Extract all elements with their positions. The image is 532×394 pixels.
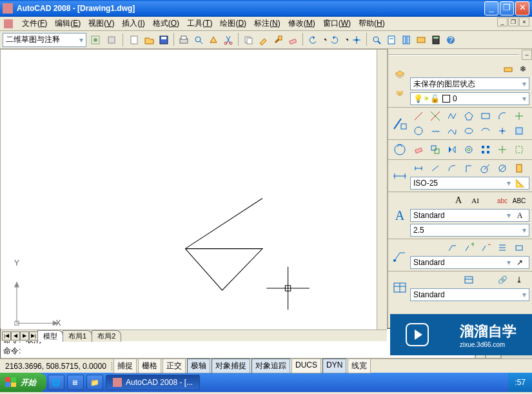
- status-toggle-正交[interactable]: 正交: [163, 359, 186, 373]
- layer-filter-icon[interactable]: [392, 85, 408, 101]
- menu-i[interactable]: 插入(I): [118, 17, 148, 30]
- aligned-icon[interactable]: [429, 162, 442, 175]
- redo-button[interactable]: [328, 33, 342, 47]
- new-layer-icon[interactable]: [502, 63, 515, 75]
- quicklaunch-desktop[interactable]: 🖥: [67, 375, 84, 390]
- menu-e[interactable]: 编辑(E): [51, 17, 84, 30]
- menu-h[interactable]: 帮助(H): [355, 17, 389, 30]
- status-toggle-DYN[interactable]: DYN: [322, 359, 346, 373]
- menu-o[interactable]: 格式(O): [149, 17, 183, 30]
- circle-icon[interactable]: [412, 124, 425, 137]
- array-icon[interactable]: [479, 143, 492, 156]
- status-toggle-DUCS[interactable]: DUCS: [291, 359, 321, 373]
- mtext-icon[interactable]: A: [452, 194, 465, 207]
- drawing-canvas[interactable]: X Y: [1, 50, 377, 330]
- menu-t[interactable]: 工具(T): [183, 17, 216, 30]
- save-button[interactable]: [157, 33, 171, 47]
- layers-stack-icon[interactable]: [392, 67, 408, 83]
- undo-dd-button[interactable]: [320, 33, 327, 47]
- remove-icon[interactable]: −: [479, 241, 492, 254]
- layer-selector[interactable]: 💡 ☀ 🔓 0 ▾: [410, 92, 529, 105]
- layout-tab[interactable]: 模型: [37, 330, 63, 342]
- layout-tab[interactable]: 布局2: [92, 330, 121, 342]
- spellcheck-icon[interactable]: abc: [496, 194, 509, 207]
- taskbar-item-autocad[interactable]: AutoCAD 2008 - [...: [106, 375, 200, 390]
- tool-icon[interactable]: [513, 162, 526, 175]
- mirror-icon[interactable]: [446, 143, 458, 156]
- add-icon[interactable]: +: [462, 241, 475, 254]
- redo-dd-button[interactable]: [342, 33, 349, 47]
- menu-m[interactable]: 修改(M): [284, 17, 319, 30]
- copy-button[interactable]: [241, 33, 255, 47]
- sheetset-button[interactable]: [384, 33, 399, 47]
- mleader-icon[interactable]: [446, 241, 458, 254]
- layer-state-selector[interactable]: 未保存的图层状态 ▾: [410, 77, 529, 90]
- radius-icon[interactable]: [479, 162, 492, 175]
- zoom-button[interactable]: [369, 33, 384, 47]
- data-extract-icon[interactable]: ⤓: [513, 273, 526, 286]
- match-button[interactable]: [256, 33, 270, 47]
- tab-nav-button[interactable]: ◀: [11, 331, 20, 340]
- status-toggle-极轴[interactable]: 极轴: [187, 359, 210, 373]
- eraser-button[interactable]: [286, 33, 300, 47]
- offset-icon[interactable]: [462, 143, 475, 156]
- block-icon[interactable]: [513, 124, 526, 137]
- collect-icon[interactable]: [513, 241, 526, 254]
- help-button[interactable]: ?: [444, 33, 458, 47]
- leader-style-manager-icon[interactable]: ↗: [513, 256, 526, 269]
- ellipse-icon[interactable]: [462, 124, 475, 137]
- arc-icon[interactable]: [496, 110, 509, 123]
- plot-preview-button[interactable]: [192, 33, 206, 47]
- minimize-button[interactable]: _: [484, 1, 498, 15]
- new-button[interactable]: [127, 33, 141, 47]
- quicklaunch-ie[interactable]: 🌐: [48, 375, 64, 390]
- horizontal-scrollbar[interactable]: [121, 330, 387, 341]
- status-toggle-对象追踪[interactable]: 对象追踪: [251, 359, 290, 373]
- arc-len-icon[interactable]: [446, 162, 458, 175]
- mdi-close-button[interactable]: ×: [519, 17, 529, 26]
- coordinate-display[interactable]: 2163.3696, 508.5715, 0.0000: [0, 362, 112, 371]
- status-toggle-栅格[interactable]: 栅格: [138, 359, 161, 373]
- table-style-selector[interactable]: Standard ▾: [410, 288, 529, 301]
- ordinate-icon[interactable]: [462, 162, 475, 175]
- dim-style-selector[interactable]: ISO-25 ▾ 📐: [410, 177, 529, 190]
- cut-button[interactable]: [221, 33, 235, 47]
- maximize-button[interactable]: ❐: [500, 1, 514, 15]
- linear-icon[interactable]: [412, 162, 425, 175]
- text-style-selector[interactable]: Standard ▾ A: [410, 209, 529, 222]
- erase-icon[interactable]: [412, 143, 425, 156]
- tool-palette-button[interactable]: [399, 33, 413, 47]
- status-toggle-线宽[interactable]: 线宽: [348, 359, 371, 373]
- layer-freeze-icon[interactable]: ❄: [517, 63, 529, 75]
- customize-button[interactable]: [104, 33, 119, 47]
- align-icon[interactable]: [496, 241, 509, 254]
- menu-n[interactable]: 标注(N): [250, 17, 284, 30]
- move-icon[interactable]: [496, 143, 509, 156]
- close-button[interactable]: ✕: [515, 1, 529, 15]
- menu-f[interactable]: 文件(F): [18, 17, 51, 30]
- menu-d[interactable]: 绘图(D): [216, 17, 250, 30]
- addsel-icon[interactable]: [513, 143, 526, 156]
- find-icon[interactable]: ABC: [513, 194, 526, 207]
- data-link-icon[interactable]: 🔗: [496, 273, 509, 286]
- tab-nav-button[interactable]: ▶: [20, 331, 29, 340]
- menu-v[interactable]: 视图(V): [84, 17, 118, 30]
- ellipse-arc-icon[interactable]: [479, 124, 492, 137]
- open-button[interactable]: [142, 33, 156, 47]
- layout-tab[interactable]: 布局1: [63, 330, 92, 342]
- status-toggle-捕捉[interactable]: 捕捉: [113, 359, 137, 373]
- dim-style-manager-icon[interactable]: 📐: [513, 177, 526, 190]
- text-height-input[interactable]: 2.5 ▾: [410, 224, 529, 237]
- start-button[interactable]: 开始: [0, 373, 46, 392]
- calc-button[interactable]: [429, 33, 443, 47]
- polygon-icon[interactable]: [462, 110, 475, 123]
- tab-nav-button[interactable]: |◀: [2, 331, 11, 340]
- workspace-settings-button[interactable]: [88, 33, 103, 47]
- revcloud-icon[interactable]: [429, 124, 442, 137]
- leader-style-selector[interactable]: Standard ▾ ↗: [410, 256, 529, 269]
- system-tray[interactable]: :57: [508, 373, 532, 392]
- plot-button[interactable]: [177, 33, 191, 47]
- panel-collapse-button[interactable]: –: [522, 50, 532, 60]
- spline-icon[interactable]: [446, 124, 458, 137]
- quicklaunch-folder[interactable]: 📁: [86, 375, 103, 390]
